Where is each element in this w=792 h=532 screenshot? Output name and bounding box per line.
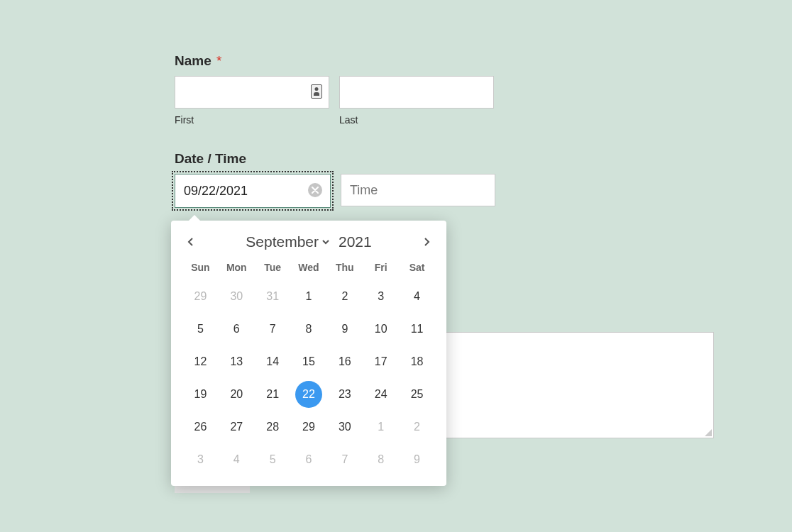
time-input[interactable] <box>341 174 495 206</box>
date-picker-popup: September 2021 SunMonTueWedThuFriSat 293… <box>171 221 446 486</box>
calendar-day[interactable]: 4 <box>219 443 255 476</box>
calendar-day[interactable]: 9 <box>326 313 363 345</box>
calendar-day[interactable]: 7 <box>326 443 363 476</box>
calendar-day[interactable]: 16 <box>326 345 363 378</box>
datetime-row <box>175 174 714 208</box>
calendar-day[interactable]: 29 <box>291 411 327 443</box>
resize-handle-icon[interactable] <box>705 429 712 436</box>
name-label: Name * <box>175 53 714 69</box>
calendar-day[interactable]: 2 <box>326 280 363 313</box>
calendar-day[interactable]: 30 <box>326 411 363 443</box>
calendar-day[interactable]: 10 <box>363 313 399 345</box>
calendar-day[interactable]: 19 <box>182 378 219 411</box>
calendar-day[interactable]: 1 <box>291 280 327 313</box>
form-container: Name * First Last Date / Time <box>175 53 714 208</box>
datetime-section: Date / Time <box>175 151 714 208</box>
calendar-day[interactable]: 13 <box>219 345 255 378</box>
calendar-day[interactable]: 9 <box>399 443 435 476</box>
dow-cell: Tue <box>255 257 291 280</box>
calendar-day[interactable]: 27 <box>219 411 255 443</box>
name-label-text: Name <box>175 53 211 68</box>
next-month-button[interactable] <box>418 233 435 250</box>
month-select[interactable]: September <box>246 233 330 250</box>
calendar-day[interactable]: 3 <box>182 443 219 476</box>
calendar-day[interactable]: 11 <box>399 313 435 345</box>
dow-cell: Sat <box>399 257 435 280</box>
datetime-label: Date / Time <box>175 151 714 167</box>
day-of-week-row: SunMonTueWedThuFriSat <box>182 257 435 280</box>
calendar-days-grid: 2930311234567891011121314151617181920212… <box>182 280 435 476</box>
date-input[interactable] <box>175 174 331 208</box>
chevron-right-icon <box>422 237 431 247</box>
calendar-day[interactable]: 31 <box>255 280 291 313</box>
dow-cell: Thu <box>326 257 363 280</box>
first-name-input[interactable] <box>175 76 329 109</box>
month-text: September <box>246 233 319 250</box>
calendar-day[interactable]: 6 <box>291 443 327 476</box>
calendar-day[interactable]: 17 <box>363 345 399 378</box>
calendar-day[interactable]: 29 <box>182 280 219 313</box>
calendar-day[interactable]: 6 <box>219 313 255 345</box>
calendar-day[interactable]: 2 <box>399 411 435 443</box>
calendar-day[interactable]: 25 <box>399 378 435 411</box>
contact-card-icon[interactable] <box>311 84 322 99</box>
clear-date-icon[interactable] <box>308 183 322 197</box>
calendar-day[interactable]: 4 <box>399 280 435 313</box>
calendar-day[interactable]: 26 <box>182 411 219 443</box>
calendar-day[interactable]: 28 <box>255 411 291 443</box>
first-name-col: First <box>175 76 329 126</box>
calendar-day[interactable]: 18 <box>399 345 435 378</box>
first-sublabel: First <box>175 114 329 126</box>
calendar-day[interactable]: 3 <box>363 280 399 313</box>
dow-cell: Sun <box>182 257 219 280</box>
picker-arrow-icon <box>188 215 201 221</box>
calendar-day[interactable]: 24 <box>363 378 399 411</box>
calendar-day[interactable]: 30 <box>219 280 255 313</box>
picker-header: September 2021 <box>182 229 435 257</box>
calendar-day[interactable]: 5 <box>255 443 291 476</box>
dow-cell: Mon <box>219 257 255 280</box>
last-name-col: Last <box>339 76 494 126</box>
calendar-day-selected[interactable]: 22 <box>295 381 322 408</box>
calendar-day[interactable]: 7 <box>255 313 291 345</box>
chevron-left-icon <box>186 237 196 247</box>
date-input-wrap <box>175 174 331 208</box>
calendar-day[interactable]: 8 <box>291 313 327 345</box>
dow-cell: Fri <box>363 257 399 280</box>
calendar-day[interactable]: 12 <box>182 345 219 378</box>
last-sublabel: Last <box>339 114 494 126</box>
calendar-day[interactable]: 21 <box>255 378 291 411</box>
name-row: First Last <box>175 76 714 126</box>
calendar-day[interactable]: 8 <box>363 443 399 476</box>
month-year-display: September 2021 <box>246 233 371 250</box>
first-name-wrap <box>175 76 329 109</box>
calendar-day[interactable]: 1 <box>363 411 399 443</box>
required-asterisk: * <box>216 53 221 68</box>
year-text[interactable]: 2021 <box>339 233 372 250</box>
calendar-day[interactable]: 20 <box>219 378 255 411</box>
prev-month-button[interactable] <box>182 233 199 250</box>
calendar-day[interactable]: 5 <box>182 313 219 345</box>
calendar-day[interactable]: 15 <box>291 345 327 378</box>
calendar-day[interactable]: 14 <box>255 345 291 378</box>
last-name-input[interactable] <box>339 76 494 109</box>
dow-cell: Wed <box>291 257 327 280</box>
calendar-day[interactable]: 23 <box>326 378 363 411</box>
chevron-down-icon <box>321 238 330 246</box>
